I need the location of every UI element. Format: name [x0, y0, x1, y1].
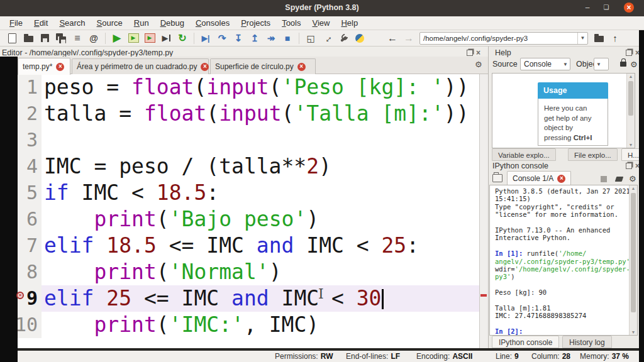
console-line — [495, 219, 628, 226]
scrollbar-thumb[interactable] — [628, 81, 633, 116]
help-scrollbar[interactable]: ▲ ▼ — [626, 74, 635, 148]
code-line-8[interactable]: 8 print('Normal') — [0, 259, 479, 285]
tab-help[interactable]: H... — [621, 148, 640, 161]
console-line — [495, 281, 628, 288]
find-symbols-icon[interactable]: @ — [86, 31, 101, 45]
console-options-gear-icon[interactable]: ⚙ — [629, 174, 636, 184]
scroll-down-icon[interactable]: ▼ — [627, 143, 635, 147]
interrupt-kernel-icon[interactable] — [601, 176, 607, 182]
help-object-combobox[interactable]: ▼ — [594, 58, 609, 70]
open-file-icon[interactable] — [21, 31, 36, 45]
debug-file-icon[interactable]: ▶| — [198, 31, 213, 45]
close-tab-icon[interactable]: × — [56, 63, 64, 71]
menu-source[interactable]: Source — [91, 16, 128, 28]
code-line-10[interactable]: 10 print('IMC:', IMC) — [0, 312, 479, 338]
close-tab-icon[interactable]: × — [201, 63, 209, 71]
tab-file-explorer[interactable]: File explo... — [568, 148, 618, 161]
menu-edit[interactable]: Edit — [28, 16, 53, 28]
combobox-value: Console — [521, 60, 561, 69]
code-line-6[interactable]: 6 print('Bajo peso') — [0, 206, 479, 233]
code-line-7[interactable]: 7elif 18.5 <= IMC and IMC < 25: — [0, 233, 479, 259]
run-file-icon[interactable]: ▶ — [109, 31, 125, 45]
minimize-button[interactable]: – — [582, 3, 592, 13]
menu-search[interactable]: Search — [53, 16, 91, 28]
undock-pane-icon[interactable] — [467, 50, 473, 56]
console-line: IMC: 27.471688898385274 — [495, 312, 628, 319]
tab-variable-explorer[interactable]: Variable explo... — [492, 148, 556, 161]
console-line: angelv/.config/spyder-py3/temp.py', — [495, 258, 628, 265]
debug-stop-icon[interactable]: ■ — [280, 31, 295, 45]
save-file-icon[interactable] — [37, 31, 52, 45]
debug-continue-icon[interactable]: ↠ — [264, 31, 279, 45]
chevron-down-icon[interactable]: ▼ — [577, 33, 587, 44]
editor-tab-superficie[interactable]: Superficie de círculo.py × — [210, 58, 316, 74]
usage-card: Usage Here you can get help of any objec… — [538, 82, 608, 146]
code-line-2[interactable]: 2talla = float(input('Talla [m]:')) — [0, 101, 479, 127]
close-button[interactable]: × — [624, 3, 634, 13]
code-line-4[interactable]: 4IMC = peso / (talla**2) — [0, 153, 479, 180]
editor-tab-temp-py[interactable]: temp.py* × — [18, 58, 70, 75]
file-switcher-icon[interactable]: ≡ — [70, 31, 85, 45]
maximize-pane-icon[interactable]: ◱ — [303, 31, 318, 45]
menu-run[interactable]: Run — [128, 16, 155, 28]
rerun-cell-icon[interactable]: ↻ — [175, 31, 190, 45]
menu-consoles[interactable]: Consoles — [190, 16, 235, 28]
lock-icon[interactable] — [620, 62, 626, 67]
code-line-1[interactable]: 1peso = float(input('Peso [kg]: ')) — [0, 74, 479, 101]
tab-history-log[interactable]: History log — [562, 336, 612, 348]
window-title: Spyder (Python 3.8) — [0, 3, 644, 12]
new-file-icon[interactable] — [4, 31, 19, 45]
editor-pane-buttons: × — [467, 50, 480, 56]
code-editor[interactable]: 1peso = float(input('Peso [kg]: '))2tall… — [0, 74, 479, 348]
undock-pane-icon[interactable] — [626, 163, 632, 169]
code-line-3[interactable]: 3 — [0, 127, 479, 153]
maximize-button[interactable]: ❏ — [601, 3, 611, 13]
editor-tab-area-perimetro[interactable]: Área y périmetro de un cuadrado.py × — [72, 58, 209, 74]
run-cell-advance-icon[interactable]: ▶ — [142, 31, 157, 45]
run-selection-icon[interactable]: ▶ — [158, 31, 174, 45]
preferences-icon[interactable] — [336, 31, 351, 45]
menu-view[interactable]: View — [306, 16, 335, 28]
scroll-up-icon[interactable]: ▲ — [630, 186, 637, 190]
back-icon[interactable]: ← — [385, 31, 400, 45]
debug-step-into-icon[interactable]: ↧ — [231, 31, 246, 45]
editor-scrollbar[interactable] — [479, 74, 488, 348]
console-line: Python 3.8.5 (default, Jan 27 2021, — [495, 187, 628, 195]
close-tab-icon[interactable]: × — [557, 175, 565, 183]
close-pane-icon[interactable]: × — [476, 50, 480, 56]
run-cell-icon[interactable]: ▶ — [126, 31, 141, 45]
working-directory-combobox[interactable]: /home/angelv/.config/spyder-py3▼ — [419, 32, 588, 45]
forward-icon[interactable]: → — [401, 31, 416, 45]
save-all-icon[interactable] — [53, 31, 69, 45]
menu-tools[interactable]: Tools — [276, 16, 306, 28]
scrollbar-thumb[interactable] — [631, 193, 636, 312]
parent-directory-icon[interactable]: ↑ — [608, 31, 623, 45]
console-output[interactable]: Python 3.8.5 (default, Jan 27 2021,15:41… — [489, 185, 638, 336]
menu-projects[interactable]: Projects — [235, 16, 276, 28]
console-line — [495, 320, 628, 327]
console-pane-buttons: × — [626, 163, 640, 169]
console-line — [495, 297, 628, 304]
help-source-combobox[interactable]: Console ▼ — [520, 58, 570, 70]
python-interpreter-icon[interactable] — [352, 31, 367, 45]
help-options-gear-icon[interactable]: ⚙ — [630, 60, 638, 69]
scroll-down-icon[interactable]: ▼ — [630, 330, 637, 334]
scroll-up-icon[interactable]: ▲ — [627, 74, 635, 79]
menu-file[interactable]: File — [4, 16, 28, 28]
code-line-5[interactable]: 5if IMC < 18.5: — [0, 180, 479, 206]
console-tab[interactable]: Console 1/A × — [507, 171, 571, 185]
tab-ipython-console[interactable]: IPython console — [492, 336, 559, 348]
menu-debug[interactable]: Debug — [155, 16, 190, 28]
fullscreen-icon[interactable]: ↔ — [319, 31, 335, 45]
debug-step-icon[interactable]: ↷ — [214, 31, 230, 45]
console-scrollbar[interactable]: ▲ ▼ — [629, 185, 637, 335]
open-directory-icon[interactable] — [591, 31, 606, 45]
debug-step-return-icon[interactable]: ↥ — [247, 31, 262, 45]
menu-help[interactable]: Help — [335, 16, 364, 28]
browse-consoles-icon[interactable] — [492, 174, 502, 182]
status-line: Line:9 — [496, 352, 519, 361]
undock-pane-icon[interactable] — [626, 50, 632, 56]
close-tab-icon[interactable]: × — [297, 63, 306, 71]
editor-options-gear-icon[interactable]: ⚙ — [475, 60, 482, 69]
code-line-9[interactable]: 9elif 25 <= IMC and IMC < 30 — [0, 285, 479, 312]
